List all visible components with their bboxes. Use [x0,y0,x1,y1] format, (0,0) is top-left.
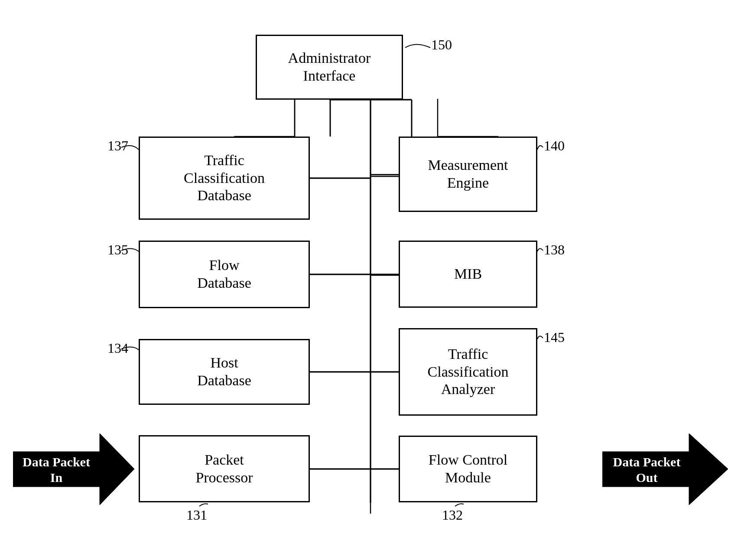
ref-140: 140 [544,138,565,154]
mib-box: MIB [399,241,537,308]
mib-label: MIB [454,265,482,283]
traffic-classification-db-box: Traffic Classification Database [139,137,310,220]
host-database-label: Host Database [197,354,251,390]
traffic-classification-db-label: Traffic Classification Database [184,152,265,205]
ref-145: 145 [544,329,565,345]
ref-137: 137 [107,138,128,154]
traffic-classification-analyzer-label: Traffic Classification Analyzer [428,345,509,398]
ref-135: 135 [107,242,128,258]
measurement-engine-box: Measurement Engine [399,137,537,212]
data-packet-in-label: Data Packet In [17,454,95,485]
flow-database-label: Flow Database [197,257,251,292]
admin-interface-box: Administrator Interface [256,35,403,100]
traffic-classification-analyzer-box: Traffic Classification Analyzer [399,328,537,416]
data-packet-out-label: Data Packet Out [607,454,687,485]
measurement-engine-label: Measurement Engine [428,156,508,192]
diagram: Administrator Interface 150 Traffic Clas… [0,0,741,560]
flow-control-module-label: Flow Control Module [429,451,507,487]
ref-138: 138 [544,242,565,258]
flow-control-module-box: Flow Control Module [399,436,537,502]
packet-processor-box: Packet Processor [139,435,310,502]
ref-150: 150 [431,37,452,53]
flow-database-box: Flow Database [139,241,310,308]
ref-131: 131 [186,507,207,523]
ref-132: 132 [442,507,463,523]
packet-processor-label: Packet Processor [195,451,253,487]
admin-interface-label: Administrator Interface [288,49,371,85]
ref-134: 134 [107,340,128,356]
host-database-box: Host Database [139,339,310,405]
